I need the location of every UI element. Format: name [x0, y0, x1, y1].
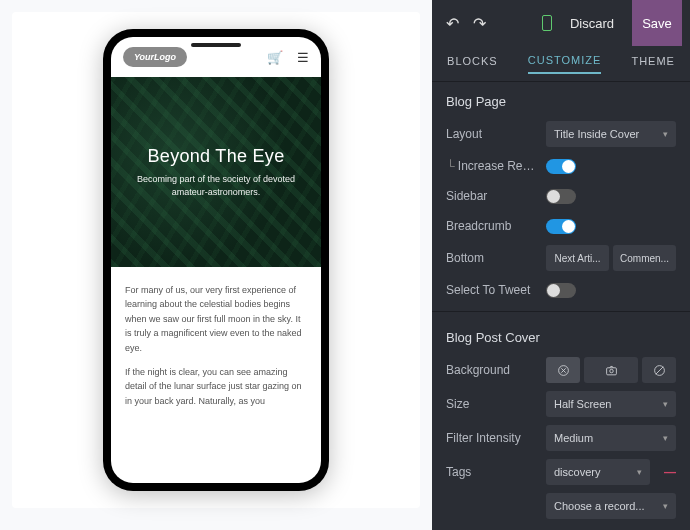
tags-label: Tags: [446, 465, 538, 479]
tag-item[interactable]: discovery: [546, 459, 650, 485]
breadcrumb-toggle[interactable]: [546, 219, 576, 234]
undo-icon[interactable]: ↶: [446, 14, 459, 33]
filter-intensity-label: Filter Intensity: [446, 431, 538, 445]
phone-frame: YourLogo 🛒 ☰ Beyond The Eye Becoming par…: [103, 29, 329, 491]
bottom-comments-button[interactable]: Commen...: [613, 245, 676, 271]
tab-theme[interactable]: THEME: [631, 55, 675, 73]
menu-icon[interactable]: ☰: [297, 50, 309, 65]
bg-none-button[interactable]: [546, 357, 580, 383]
svg-rect-1: [606, 367, 616, 374]
preview-canvas: YourLogo 🛒 ☰ Beyond The Eye Becoming par…: [12, 12, 420, 508]
tab-customize[interactable]: CUSTOMIZE: [528, 54, 602, 74]
tag-add-select[interactable]: Choose a record...: [546, 493, 676, 519]
section-blog-cover: Blog Post Cover: [432, 318, 690, 353]
filter-intensity-select[interactable]: Medium: [546, 425, 676, 451]
bottom-label: Bottom: [446, 251, 538, 265]
redo-icon[interactable]: ↷: [473, 14, 486, 33]
site-logo[interactable]: YourLogo: [123, 47, 187, 67]
discard-button[interactable]: Discard: [560, 16, 624, 31]
section-blog-page: Blog Page: [432, 82, 690, 117]
tab-blocks[interactable]: BLOCKS: [447, 55, 498, 73]
tag-remove-icon[interactable]: —: [664, 465, 676, 479]
size-select[interactable]: Half Screen: [546, 391, 676, 417]
breadcrumb-label: Breadcrumb: [446, 219, 538, 233]
article-para: For many of us, our very first experienc…: [125, 283, 307, 355]
circle-x-icon: [557, 364, 570, 377]
hero-title: Beyond The Eye: [148, 146, 285, 167]
hero-cover: Beyond The Eye Becoming part of the soci…: [111, 77, 321, 267]
bg-image-button[interactable]: [584, 357, 638, 383]
sidebar-toggle[interactable]: [546, 189, 576, 204]
size-label: Size: [446, 397, 538, 411]
layout-select[interactable]: Title Inside Cover: [546, 121, 676, 147]
mobile-device-icon[interactable]: [542, 15, 552, 31]
sidebar-label: Sidebar: [446, 189, 538, 203]
panel-tabs: BLOCKS CUSTOMIZE THEME: [432, 46, 690, 82]
background-label: Background: [446, 363, 538, 377]
select-to-tweet-toggle[interactable]: [546, 283, 576, 298]
hero-subtitle: Becoming part of the society of devoted …: [131, 173, 301, 198]
bottom-next-article-button[interactable]: Next Arti...: [546, 245, 609, 271]
slash-circle-icon: [653, 364, 666, 377]
tag-text: discovery: [554, 466, 600, 478]
select-to-tweet-label: Select To Tweet: [446, 283, 538, 297]
increase-readability-toggle[interactable]: [546, 159, 576, 174]
cart-icon[interactable]: 🛒: [267, 50, 283, 65]
increase-readability-label: Increase Read...: [446, 159, 538, 173]
article-body: For many of us, our very first experienc…: [111, 267, 321, 434]
phone-screen: YourLogo 🛒 ☰ Beyond The Eye Becoming par…: [111, 37, 321, 483]
editor-panel: ↶ ↷ Discard Save BLOCKS CUSTOMIZE THEME …: [432, 0, 690, 530]
site-topbar: YourLogo 🛒 ☰: [111, 37, 321, 77]
save-button[interactable]: Save: [632, 0, 682, 46]
article-para: If the night is clear, you can see amazi…: [125, 365, 307, 408]
bg-clear-button[interactable]: [642, 357, 676, 383]
layout-label: Layout: [446, 127, 538, 141]
svg-point-2: [609, 369, 612, 372]
camera-icon: [605, 364, 618, 377]
panel-toolbar: ↶ ↷ Discard Save: [432, 0, 690, 46]
